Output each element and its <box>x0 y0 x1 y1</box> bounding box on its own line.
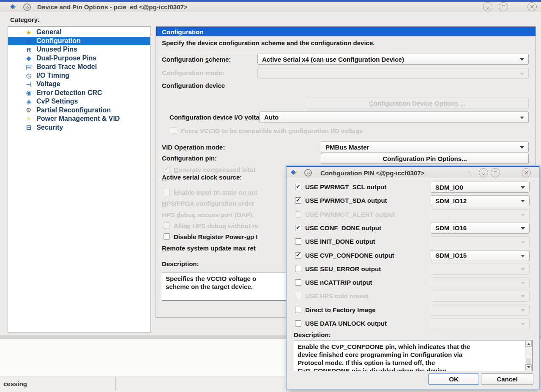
window-menu-icon[interactable] <box>304 169 312 177</box>
enable-tristate-label: Enable input tri-state on act <box>174 189 257 196</box>
generate-compressed-label: Generate compressed bitst <box>174 166 255 173</box>
remote-update-label: Remote system update max ret <box>162 245 256 252</box>
pin-select[interactable]: SDM_IO15 <box>431 250 530 261</box>
pin-select <box>431 236 530 247</box>
sidebar-item-cvp-settings[interactable]: ◈ CvP Settings <box>8 97 150 106</box>
screen: ◆ ✓ Device and Pin Options - pcie_ed <@p… <box>0 0 541 392</box>
pin-label: USE PWRMGT_SCL output <box>305 183 386 191</box>
chevron-down-icon <box>521 268 525 273</box>
sidebar-item-general[interactable]: ★ General <box>8 28 150 37</box>
pin-select[interactable]: SDM_IO0 <box>431 182 530 193</box>
scroll-up-icon[interactable] <box>525 341 532 347</box>
error-detection-crc-icon: ◉ <box>24 90 33 96</box>
config-device-options-button: Configuration Device Options ... <box>306 98 529 109</box>
panel-description-label: Description: <box>162 260 199 267</box>
enable-tristate-checkbox <box>164 189 170 195</box>
config-scheme-select[interactable]: Active Serial x4 (can use Configuration … <box>257 54 529 65</box>
pin-titlebar[interactable]: ◆ ✓ Configuration PIN <@pg-iccf0307> ≡ ⌄… <box>287 167 539 178</box>
main-titlebar[interactable]: ◆ ✓ Device and Pin Options - pcie_ed <@p… <box>0 2 541 12</box>
configuration-pin-dialog: ◆ ✓ Configuration PIN <@pg-iccf0307> ≡ ⌄… <box>286 166 540 389</box>
sidebar-item-configuration[interactable]: ▣ Configuration <box>8 37 150 46</box>
vid-mode-value: PMBus Master <box>325 144 369 151</box>
pin-label: USE CONF_DONE output <box>305 224 381 231</box>
pin-checkbox[interactable] <box>295 307 301 313</box>
sidebar-item-power-management-vid[interactable]: ⚡ Power Management & VID <box>8 114 150 123</box>
config-scheme-label: Configuration scheme: <box>162 56 231 63</box>
pin-checkbox[interactable] <box>295 266 301 272</box>
pin-checkbox <box>295 211 301 218</box>
i-o-timing-icon: ◷ <box>24 72 33 79</box>
pin-select <box>431 291 530 302</box>
pin-label: USE INIT_DONE output <box>305 238 375 245</box>
sidebar-item-board-trace-model[interactable]: ▤ Board Trace Model <box>8 63 150 71</box>
pin-description-box: Enable the CvP_CONFDONE pin, which indic… <box>294 340 533 371</box>
pin-checkbox[interactable] <box>295 252 301 259</box>
pin-row: USE CONF_DONE output SDM_IO16 <box>287 223 539 234</box>
pin-checkbox[interactable] <box>295 184 301 190</box>
pin-select-value: SDM_IO16 <box>435 224 467 231</box>
sidebar-item-partial-reconfiguration[interactable]: ⚙ Partial Reconfiguration <box>8 106 150 115</box>
config-scheme-value: Active Serial x4 (can use Configuration … <box>262 56 404 63</box>
force-vccio-label: Force VCCIO to be compatible with config… <box>181 127 363 134</box>
chevron-down-icon <box>520 73 524 77</box>
scroll-down-icon[interactable] <box>525 365 532 370</box>
pin-select <box>431 209 530 220</box>
vid-mode-select[interactable]: PMBus Master <box>321 142 529 152</box>
pin-label: USE HPS cold nreset <box>305 292 369 299</box>
quartus-logo-icon: ◆ ✓ <box>291 169 300 177</box>
sidebar-item-security[interactable]: ⊟ Security <box>8 123 150 132</box>
description-scrollbar[interactable] <box>525 341 532 370</box>
cancel-button[interactable]: Cancel <box>481 373 533 385</box>
unused-pins-icon: R <box>24 46 33 53</box>
allow-hps-debug-checkbox <box>164 222 170 229</box>
maximize-button[interactable]: ⌃ <box>499 2 508 11</box>
minimize-button[interactable]: ⌄ <box>479 168 488 177</box>
ok-button[interactable]: OK <box>428 373 479 385</box>
disable-register-powerup-checkbox[interactable] <box>164 233 170 240</box>
pin-label: USE DATA UNLOCK output <box>305 320 387 327</box>
chevron-down-icon <box>521 214 525 218</box>
separator <box>161 51 531 51</box>
pin-select[interactable]: SDM_IO16 <box>431 223 530 234</box>
pin-select[interactable]: SDM_IO12 <box>431 195 530 206</box>
pin-checkbox[interactable] <box>295 320 301 327</box>
sidebar-item-i-o-timing[interactable]: ◷ I/O Timing <box>8 71 150 80</box>
pin-row: USE HPS cold nreset <box>287 291 539 302</box>
pin-row: USE INIT_DONE output <box>287 236 539 247</box>
pin-row: Direct to Factory Image <box>287 305 539 316</box>
sidebar-item-unused-pins[interactable]: R Unused Pins <box>8 45 150 54</box>
sidebar-item-dual-purpose-pins[interactable]: ◆ Dual-Purpose Pins <box>8 54 150 63</box>
disable-register-powerup-label: Disable Register Power-up I <box>174 233 257 240</box>
pin-checkbox[interactable] <box>295 197 301 204</box>
pin-checkbox[interactable] <box>295 225 301 231</box>
config-mode-label: Configuration mode: <box>162 69 224 76</box>
chevron-down-icon <box>521 186 525 191</box>
sidebar-item-error-detection-crc[interactable]: ◉ Error Detection CRC <box>8 89 150 98</box>
force-vccio-checkbox <box>171 127 177 133</box>
config-pin-options-button[interactable]: Configuration Pin Options... <box>321 153 529 164</box>
window-grip-icon: ≡ <box>467 169 471 175</box>
chevron-down-icon <box>521 295 525 300</box>
maximize-button[interactable]: ⌃ <box>491 168 500 177</box>
window-menu-icon[interactable] <box>23 3 31 11</box>
pin-select <box>431 277 530 288</box>
pin-select-value: SDM_IO15 <box>435 252 467 259</box>
pin-checkbox[interactable] <box>295 238 301 245</box>
window-title: Device and Pin Options - pcie_ed <@pg-ic… <box>37 3 188 11</box>
pin-label: USE SEU_ERROR output <box>305 265 381 272</box>
configuration-icon: ▣ <box>24 38 33 44</box>
minimize-button[interactable]: ⌄ <box>483 2 492 11</box>
category-label: Category: <box>10 16 40 23</box>
pin-checkbox[interactable] <box>295 279 301 286</box>
pin-label: USE CVP_CONFDONE output <box>305 252 394 259</box>
chevron-down-icon <box>520 146 524 151</box>
sidebar-item-voltage[interactable]: ⊣ Voltage <box>8 80 150 89</box>
scrollbar-thumb[interactable] <box>526 358 531 365</box>
io-voltage-select[interactable]: Auto <box>260 112 529 123</box>
close-button[interactable]: ✕ <box>527 2 537 11</box>
pin-row: USE SEU_ERROR output <box>287 264 539 275</box>
pin-row: USE PWRMGT_ALERT output <box>287 209 539 220</box>
pin-select <box>431 264 530 275</box>
close-button[interactable]: ✕ <box>522 168 531 177</box>
pin-row: USE PWRMGT_SCL output SDM_IO0 <box>287 182 539 193</box>
